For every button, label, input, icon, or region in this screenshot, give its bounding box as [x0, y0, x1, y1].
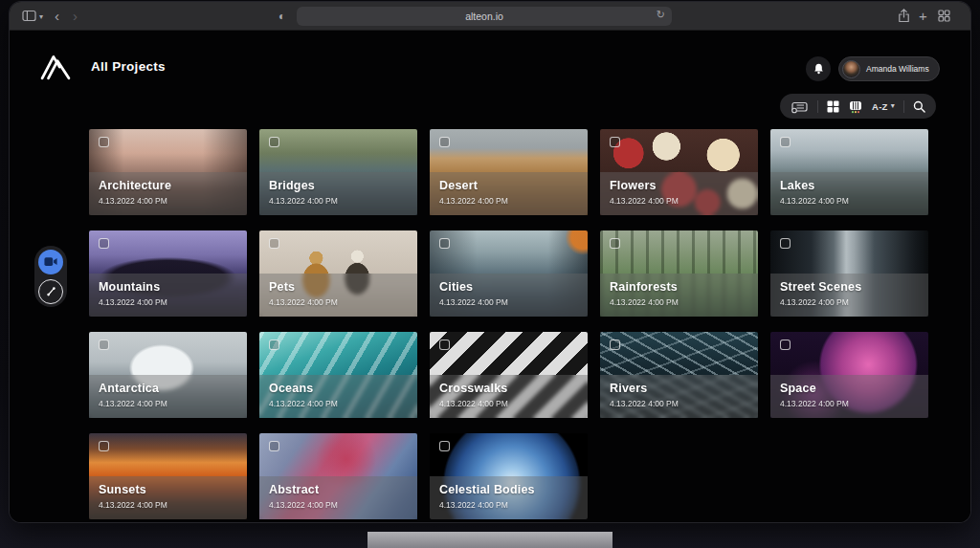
back-button[interactable]: ‹ — [55, 9, 59, 23]
project-card-street-scenes[interactable]: Street Scenes 4.13.2022 4:00 PM — [770, 230, 928, 317]
card-info: Mountains 4.13.2022 4:00 PM — [89, 274, 247, 317]
avatar — [842, 60, 860, 78]
project-date: 4.13.2022 4:00 PM — [610, 196, 748, 206]
checkbox[interactable] — [439, 238, 450, 249]
capture-device-icon[interactable] — [791, 99, 809, 114]
card-info: Celestial Bodies 4.13.2022 4:00 PM — [430, 476, 588, 519]
reload-icon[interactable]: ↻ — [657, 9, 665, 21]
address-bar[interactable]: alteon.io ↻ — [297, 7, 672, 26]
checkbox[interactable] — [269, 137, 279, 147]
page-title: All Projects — [91, 59, 166, 74]
project-card-abstract[interactable]: Abstract 4.13.2022 4:00 PM — [259, 433, 417, 519]
browser-toolbar: ▾ ‹ › ◐ alteon.io ↻ + — [10, 2, 970, 31]
divider — [903, 100, 904, 113]
project-date: 4.13.2022 4:00 PM — [269, 297, 408, 307]
checkbox[interactable] — [99, 238, 109, 249]
project-date: 4.13.2022 4:00 PM — [269, 196, 408, 206]
camera-icon — [44, 256, 57, 267]
project-title: Pets — [269, 280, 408, 294]
checkbox[interactable] — [439, 137, 450, 147]
link-button[interactable] — [38, 279, 63, 304]
project-card-space[interactable]: Space 4.13.2022 4:00 PM — [770, 332, 928, 418]
project-date: 4.13.2022 4:00 PM — [780, 399, 919, 408]
share-icon[interactable] — [898, 9, 910, 23]
monitor-stand — [368, 532, 612, 548]
project-card-oceans[interactable]: Oceans 4.13.2022 4:00 PM — [259, 332, 417, 418]
project-title: Space — [780, 382, 919, 395]
checkbox[interactable] — [99, 441, 109, 451]
project-title: Cities — [439, 280, 578, 294]
sidebar-caret-icon[interactable]: ▾ — [39, 12, 43, 21]
project-card-sunsets[interactable]: Sunsets 4.13.2022 4:00 PM — [89, 433, 247, 519]
checkbox[interactable] — [780, 238, 791, 249]
project-title: Abstract — [269, 483, 408, 496]
checkbox[interactable] — [610, 137, 620, 147]
project-title: Oceans — [269, 382, 408, 395]
project-date: 4.13.2022 4:00 PM — [610, 297, 748, 307]
project-title: Architecture — [99, 179, 237, 192]
project-card-bridges[interactable]: Bridges 4.13.2022 4:00 PM — [259, 129, 417, 215]
alteon-logo — [39, 52, 72, 80]
new-tab-icon[interactable]: + — [919, 8, 927, 24]
checkbox[interactable] — [610, 340, 620, 350]
project-date: 4.13.2022 4:00 PM — [439, 297, 578, 307]
project-date: 4.13.2022 4:00 PM — [99, 399, 237, 408]
sort-label: A-Z — [872, 101, 888, 112]
list-view-icon[interactable] — [848, 99, 863, 114]
checkbox[interactable] — [269, 340, 279, 350]
link-icon — [45, 285, 57, 297]
card-info: Rivers 4.13.2022 4:00 PM — [600, 375, 758, 418]
project-card-mountains[interactable]: Mountains 4.13.2022 4:00 PM — [89, 230, 247, 317]
card-info: Antarctica 4.13.2022 4:00 PM — [89, 375, 247, 418]
checkbox[interactable] — [780, 340, 791, 350]
project-date: 4.13.2022 4:00 PM — [780, 196, 919, 206]
project-card-antarctica[interactable]: Antarctica 4.13.2022 4:00 PM — [89, 332, 247, 418]
sort-dropdown[interactable]: A-Z ▾ — [872, 101, 895, 112]
card-info: Bridges 4.13.2022 4:00 PM — [259, 172, 417, 215]
project-card-architecture[interactable]: Architecture 4.13.2022 4:00 PM — [89, 129, 247, 215]
card-info: Flowers 4.13.2022 4:00 PM — [600, 172, 758, 215]
page-settings-icon[interactable]: ◐ — [278, 10, 285, 23]
project-card-lakes[interactable]: Lakes 4.13.2022 4:00 PM — [770, 129, 928, 215]
project-date: 4.13.2022 4:00 PM — [439, 500, 578, 510]
project-card-crosswalks[interactable]: Crosswalks 4.13.2022 4:00 PM — [430, 332, 588, 418]
sidebar-toggle-icon[interactable] — [22, 10, 36, 22]
grid-view-icon[interactable] — [827, 100, 839, 113]
project-date: 4.13.2022 4:00 PM — [439, 399, 578, 408]
checkbox[interactable] — [439, 340, 450, 350]
checkbox[interactable] — [269, 441, 279, 451]
project-card-pets[interactable]: Pets 4.13.2022 4:00 PM — [259, 230, 417, 317]
search-icon — [913, 100, 925, 113]
project-card-desert[interactable]: Desert 4.13.2022 4:00 PM — [430, 129, 588, 215]
url-text: alteon.io — [465, 11, 503, 22]
project-card-celestial-bodies[interactable]: Celestial Bodies 4.13.2022 4:00 PM — [430, 433, 588, 519]
card-info: Crosswalks 4.13.2022 4:00 PM — [430, 375, 588, 418]
card-info: Space 4.13.2022 4:00 PM — [770, 375, 928, 418]
checkbox[interactable] — [269, 238, 279, 249]
project-card-cities[interactable]: Cities 4.13.2022 4:00 PM — [430, 230, 588, 317]
notifications-button[interactable] — [806, 56, 831, 81]
search-button[interactable] — [913, 100, 925, 113]
project-title: Mountains — [99, 280, 237, 294]
card-info: Desert 4.13.2022 4:00 PM — [430, 172, 588, 215]
monitor-screen: ▾ ‹ › ◐ alteon.io ↻ + All Proj — [10, 2, 970, 522]
project-card-rivers[interactable]: Rivers 4.13.2022 4:00 PM — [600, 332, 758, 418]
project-card-rainforests[interactable]: Rainforests 4.13.2022 4:00 PM — [600, 230, 758, 317]
project-title: Lakes — [780, 179, 919, 192]
bell-icon — [813, 62, 825, 76]
forward-button[interactable]: › — [73, 9, 78, 23]
checkbox[interactable] — [99, 137, 109, 147]
checkbox[interactable] — [99, 340, 109, 350]
project-date: 4.13.2022 4:00 PM — [780, 297, 919, 307]
tab-overview-icon[interactable] — [938, 10, 950, 22]
checkbox[interactable] — [780, 137, 791, 147]
card-info: Rainforests 4.13.2022 4:00 PM — [600, 274, 758, 317]
camera-button[interactable] — [38, 250, 63, 274]
project-card-flowers[interactable]: Flowers 4.13.2022 4:00 PM — [600, 129, 758, 215]
side-action-bar — [34, 246, 67, 307]
checkbox[interactable] — [439, 441, 450, 451]
user-menu[interactable]: Amanda Williams — [838, 56, 940, 81]
card-info: Abstract 4.13.2022 4:00 PM — [259, 476, 417, 519]
checkbox[interactable] — [610, 238, 620, 249]
project-date: 4.13.2022 4:00 PM — [439, 196, 578, 206]
